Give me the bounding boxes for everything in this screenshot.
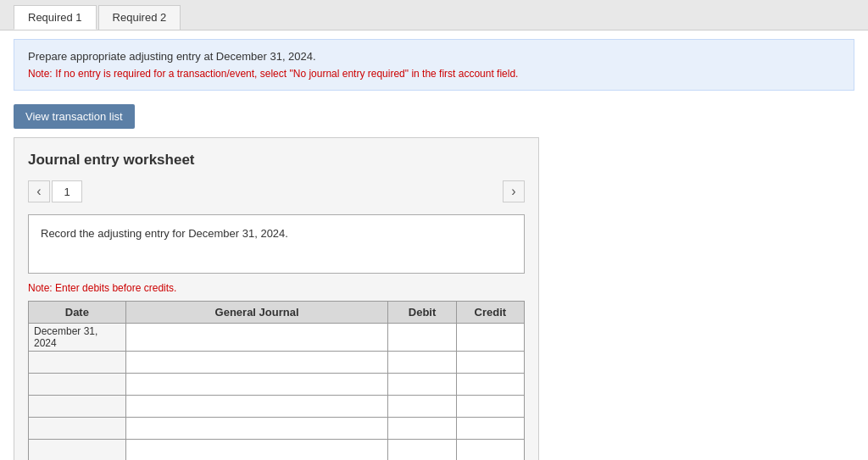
gj-cell[interactable] xyxy=(125,418,388,440)
debit-input[interactable] xyxy=(392,353,452,371)
date-cell: December 31,2024 xyxy=(29,324,126,352)
debit-cell[interactable] xyxy=(388,418,456,440)
notice-note: Note: If no entry is required for a tran… xyxy=(28,65,840,82)
credit-input[interactable] xyxy=(460,375,520,393)
notice-note-text: If no entry is required for a transactio… xyxy=(55,68,518,80)
notice-main-text: Prepare appropriate adjusting entry at D… xyxy=(28,48,840,65)
credit-cell[interactable] xyxy=(456,396,524,418)
gj-cell[interactable] xyxy=(125,352,388,374)
description-box: Record the adjusting entry for December … xyxy=(28,214,525,274)
date-cell xyxy=(29,440,126,461)
table-row: December 31,2024 xyxy=(29,324,525,352)
debit-cell[interactable] xyxy=(388,374,456,396)
prev-nav-button[interactable]: ‹ xyxy=(28,180,50,202)
notice-bar: Prepare appropriate adjusting entry at D… xyxy=(14,39,854,91)
col-header-date: Date xyxy=(29,302,126,324)
gj-input[interactable] xyxy=(130,419,385,437)
credit-cell[interactable] xyxy=(456,324,524,352)
debit-cell[interactable] xyxy=(388,324,456,352)
col-header-credit: Credit xyxy=(456,302,524,324)
notice-note-label: Note: xyxy=(28,68,53,80)
journal-table: Date General Journal Debit Credit Decemb… xyxy=(28,301,525,460)
gj-cell[interactable] xyxy=(125,440,388,461)
date-cell xyxy=(29,396,126,418)
debit-input[interactable] xyxy=(392,419,452,437)
table-row xyxy=(29,352,525,374)
tabs-container: Required 1 Required 2 xyxy=(0,0,868,30)
gj-cell[interactable] xyxy=(125,324,388,352)
tab-required-2[interactable]: Required 2 xyxy=(98,5,181,30)
nav-number: 1 xyxy=(52,180,82,202)
date-cell xyxy=(29,352,126,374)
credit-input[interactable] xyxy=(460,441,520,459)
col-header-gj: General Journal xyxy=(125,302,388,324)
col-header-debit: Debit xyxy=(388,302,456,324)
gj-input[interactable] xyxy=(130,441,385,459)
table-row xyxy=(29,396,525,418)
debit-input[interactable] xyxy=(392,325,452,349)
debits-note: Note: Enter debits before credits. xyxy=(28,282,525,294)
view-transaction-button[interactable]: View transaction list xyxy=(14,104,135,129)
credit-input[interactable] xyxy=(460,419,520,437)
credit-cell[interactable] xyxy=(456,418,524,440)
table-row xyxy=(29,374,525,396)
worksheet-container: Journal entry worksheet ‹ 1 › Record the… xyxy=(14,137,539,460)
gj-cell[interactable] xyxy=(125,396,388,418)
gj-input[interactable] xyxy=(130,325,385,349)
date-cell xyxy=(29,418,126,440)
debit-input[interactable] xyxy=(392,441,452,459)
table-row xyxy=(29,440,525,461)
next-nav-button[interactable]: › xyxy=(503,180,525,202)
nav-row: ‹ 1 › xyxy=(28,180,525,202)
credit-cell[interactable] xyxy=(456,374,524,396)
debit-cell[interactable] xyxy=(388,352,456,374)
credit-input[interactable] xyxy=(460,353,520,371)
debit-input[interactable] xyxy=(392,375,452,393)
gj-input[interactable] xyxy=(130,375,385,393)
debit-cell[interactable] xyxy=(388,396,456,418)
debit-cell[interactable] xyxy=(388,440,456,461)
table-row xyxy=(29,418,525,440)
gj-input[interactable] xyxy=(130,397,385,415)
credit-input[interactable] xyxy=(460,325,520,349)
credit-cell[interactable] xyxy=(456,440,524,461)
worksheet-title: Journal entry worksheet xyxy=(28,152,525,169)
gj-cell[interactable] xyxy=(125,374,388,396)
date-cell xyxy=(29,374,126,396)
debit-input[interactable] xyxy=(392,397,452,415)
gj-input[interactable] xyxy=(130,353,385,371)
credit-input[interactable] xyxy=(460,397,520,415)
tab-required-1[interactable]: Required 1 xyxy=(14,5,97,30)
credit-cell[interactable] xyxy=(456,352,524,374)
